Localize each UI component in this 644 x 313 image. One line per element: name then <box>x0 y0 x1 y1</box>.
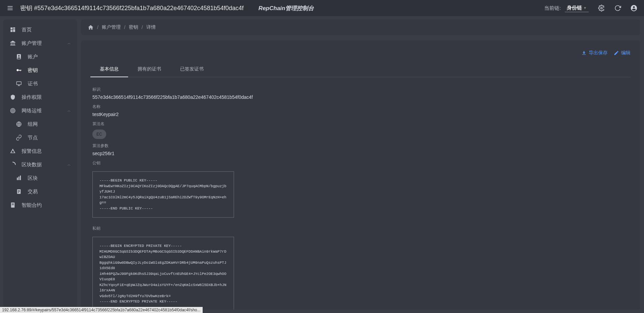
chevron-up-icon: ︿ <box>67 108 71 113</box>
chain-value: 身份链 <box>567 5 582 11</box>
refresh-button[interactable] <box>612 2 624 14</box>
chevron-up-icon: ︿ <box>67 162 71 167</box>
export-button[interactable]: 导出保存 <box>581 50 608 56</box>
value-id: 557e3d4c366514f9114c73566f225bfa1b7a680a… <box>92 94 628 100</box>
value-alg-chip: EC <box>92 130 106 139</box>
monitor-icon <box>16 80 22 87</box>
content-card: 导出保存 编辑 基本信息 拥有的证书 已签发证书 标识 557e3d4c3665… <box>81 40 640 310</box>
chain-selector[interactable]: 身份链 ▼ <box>565 4 589 12</box>
breadcrumb-sep: / <box>97 25 98 30</box>
bars-icon <box>16 175 22 181</box>
sidebar-item-node[interactable]: 节点 <box>3 131 77 144</box>
sidebar-label: 区块 <box>28 175 71 181</box>
breadcrumb-level2[interactable]: 密钥 <box>129 24 138 30</box>
download-icon <box>581 50 587 56</box>
page-title: 密钥 #557e3d4c366514f9114c73566f225bfa1b7a… <box>20 4 244 12</box>
shield-icon <box>9 94 16 101</box>
value-prvkey: -----BEGIN ENCRYPTED PRIVATE KEY----- MI… <box>92 237 234 310</box>
value-pubkey: -----BEGIN PUBLIC KEY----- MFkwEwYHKoZIz… <box>92 171 234 218</box>
contract-icon <box>9 202 16 208</box>
tab-basic-info[interactable]: 基本信息 <box>90 61 128 77</box>
menu-toggle-button[interactable] <box>4 2 16 14</box>
alert-icon <box>9 148 16 154</box>
breadcrumb: / 账户管理 / 密钥 / 详情 <box>81 20 640 35</box>
svg-rect-24 <box>20 176 21 180</box>
sidebar: 首页 账户管理 ︿ 账户 密钥 证书 操作权限 <box>3 20 77 310</box>
main-content: / 账户管理 / 密钥 / 详情 导出保存 编辑 <box>77 16 644 313</box>
user-circle-icon <box>630 4 638 12</box>
svg-rect-6 <box>13 29 15 32</box>
globe-icon <box>16 121 22 127</box>
tab-owned-certs[interactable]: 拥有的证书 <box>128 61 171 77</box>
home-icon[interactable] <box>88 24 94 30</box>
svg-rect-7 <box>10 30 12 32</box>
svg-point-3 <box>601 7 603 9</box>
tabs: 基本信息 拥有的证书 已签发证书 <box>90 61 631 77</box>
chevron-up-icon: ︿ <box>67 41 71 46</box>
chevron-down-icon: ▼ <box>583 6 587 10</box>
sidebar-item-account[interactable]: 账户 <box>3 50 77 63</box>
tab-issued-certs[interactable]: 已签发证书 <box>171 61 213 77</box>
bank-icon <box>9 40 16 47</box>
current-chain-label: 当前链: <box>544 5 561 11</box>
svg-rect-4 <box>10 27 12 29</box>
sidebar-item-network[interactable]: 组网 <box>3 117 77 131</box>
sidebar-label: 区块数据 <box>22 162 62 168</box>
key-icon <box>16 67 22 74</box>
breadcrumb-sep: / <box>142 25 143 30</box>
svg-rect-22 <box>17 178 18 180</box>
svg-point-9 <box>18 55 20 57</box>
breadcrumb-sep: / <box>124 25 125 30</box>
svg-rect-14 <box>17 82 21 85</box>
sidebar-item-keypair[interactable]: 密钥 <box>3 63 77 77</box>
sidebar-item-alarm[interactable]: 报警信息 <box>3 144 77 158</box>
radar-icon <box>9 107 16 114</box>
loader-icon <box>9 161 16 168</box>
label-alg-param: 算法参数 <box>92 143 628 149</box>
svg-rect-23 <box>19 177 20 180</box>
sidebar-item-net-ops[interactable]: 网络运维 ︿ <box>3 104 77 117</box>
sidebar-item-cert[interactable]: 证书 <box>3 77 77 90</box>
sidebar-item-op-perm[interactable]: 操作权限 <box>3 90 77 104</box>
edit-button[interactable]: 编辑 <box>614 50 631 56</box>
sidebar-label: 节点 <box>28 135 71 141</box>
svg-point-10 <box>17 69 19 71</box>
label-name: 名称 <box>92 104 628 110</box>
sidebar-label: 证书 <box>28 81 71 87</box>
app-name: RepChain管理控制台 <box>259 4 314 12</box>
sidebar-item-contract[interactable]: 智能合约 <box>3 198 77 212</box>
sidebar-label: 首页 <box>22 27 71 33</box>
link-icon <box>16 134 22 141</box>
menu-icon <box>7 5 13 11</box>
export-label: 导出保存 <box>589 50 608 56</box>
sidebar-label: 网络运维 <box>22 108 62 114</box>
sidebar-label: 账户 <box>28 54 71 60</box>
sidebar-label: 智能合约 <box>22 202 71 208</box>
label-id: 标识 <box>92 87 628 92</box>
gear-icon <box>598 5 605 11</box>
sidebar-label: 账户管理 <box>22 40 62 47</box>
label-alg: 算法名 <box>92 121 628 127</box>
dashboard-icon <box>9 26 16 33</box>
sidebar-item-tx[interactable]: 交易 <box>3 185 77 198</box>
svg-point-19 <box>12 110 13 111</box>
svg-rect-5 <box>13 27 15 29</box>
sidebar-label: 组网 <box>28 121 71 127</box>
sidebar-item-home[interactable]: 首页 <box>3 23 77 36</box>
breadcrumb-level3: 详情 <box>146 24 156 30</box>
sidebar-item-block[interactable]: 区块 <box>3 171 77 185</box>
status-bar-url: 192.168.2.76:89/#/keypairs/557e3d4c36651… <box>0 307 203 313</box>
detail-pane: 标识 557e3d4c366514f9114c73566f225bfa1b7a6… <box>90 77 631 310</box>
label-prvkey: 私钥 <box>92 226 628 231</box>
sidebar-item-account-mgmt[interactable]: 账户管理 ︿ <box>3 36 77 50</box>
svg-rect-13 <box>20 70 20 71</box>
user-button[interactable] <box>628 2 640 14</box>
breadcrumb-level1[interactable]: 账户管理 <box>102 24 121 30</box>
sidebar-label: 报警信息 <box>22 148 71 154</box>
account-icon <box>16 53 22 60</box>
action-bar: 导出保存 编辑 <box>90 50 631 56</box>
settings-button[interactable] <box>595 2 608 14</box>
label-pubkey: 公钥 <box>92 160 628 166</box>
sidebar-item-block-data[interactable]: 区块数据 ︿ <box>3 158 77 171</box>
sidebar-label: 交易 <box>28 189 71 195</box>
